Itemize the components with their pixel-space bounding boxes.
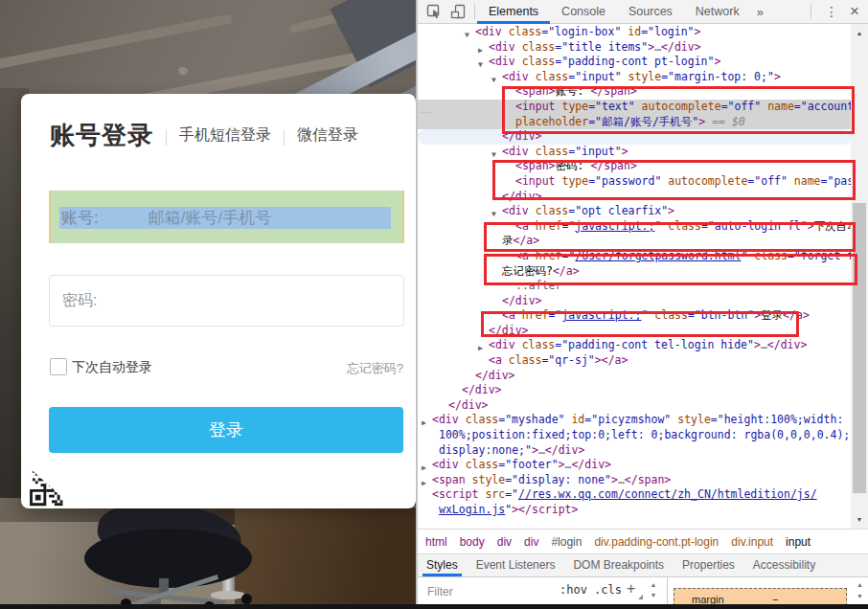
devtools-tab-console[interactable]: Console [550,0,617,24]
code-segment: class [522,55,556,68]
account-input-highlighted[interactable]: 账号: 邮箱/账号/手机号 [49,191,404,243]
breadcrumb-item[interactable]: div.input [731,535,773,549]
password-field[interactable]: 密码: [49,275,404,327]
code-segment: … [761,338,767,351]
code-line[interactable]: </div> [418,294,851,309]
qr-code-corner[interactable] [29,467,75,508]
breadcrumb-item[interactable]: div.padding-cont.pt-login [594,535,719,549]
inspect-element-icon[interactable] [426,4,442,19]
code-line[interactable]: ▶<div class="footer">…</div> [418,458,851,473]
breadcrumb-item[interactable]: input [786,535,811,549]
code-segment: style [677,413,711,426]
screenshot-root: 账号登录 手机短信登录 微信登录 账号: 邮箱/账号/手机号 密码: 下次自动登… [0,0,868,609]
close-devtools-icon[interactable]: × [846,2,868,21]
code-line[interactable]: display:none;">…</div> [418,443,851,459]
devtools-tab-network[interactable]: Network [684,0,751,24]
styles-tab-dom-breakpoints[interactable]: DOM Breakpoints [573,554,664,576]
devtools-tab-elements[interactable]: Elements [477,0,550,24]
code-segment: ="padding-cont tel-login hide" [555,338,754,351]
code-segment: style [472,473,506,486]
code-segment: display:none;" [439,443,532,457]
code-segment: 100%;position:fixed;top:0;left: 0;backgr… [439,428,850,441]
code-segment: </span> [625,473,671,486]
auto-login-checkbox[interactable] [50,358,67,375]
scroll-down-icon[interactable]: ▼ [851,516,868,523]
code-segment: </div> [661,40,701,54]
scroll-down-icon[interactable]: ▼ [853,591,867,602]
styles-scroll-arrows[interactable]: ▲ ▼ [646,579,661,600]
code-segment: ="login-box" [541,25,628,38]
tab-sms-login[interactable]: 手机短信登录 [179,125,271,146]
breadcrumb-item[interactable]: body [460,535,485,549]
breadcrumb-item[interactable]: #login [551,535,582,549]
code-line[interactable]: wxLogin.js"></script> [418,503,851,518]
code-segment: ></script> [512,503,578,516]
divider [166,129,167,146]
scroll-up-icon[interactable]: ▲ [851,30,868,36]
code-line[interactable]: ▼<div class="input" style="margin-top: 0… [418,70,851,85]
login-page: 账号登录 手机短信登录 微信登录 账号: 邮箱/账号/手机号 密码: 下次自动登… [0,0,416,609]
scroll-down-icon[interactable]: ▼ [646,590,661,600]
code-line[interactable]: </div> [418,383,851,398]
styles-filter-input[interactable] [425,581,554,602]
element-classes-button[interactable]: .cls [594,583,622,597]
devtools-menu-icon[interactable]: ⋮ [817,4,846,19]
styles-tab-properties[interactable]: Properties [682,554,735,576]
code-line[interactable]: ▶<div class="title items">…</div> [418,40,851,56]
scroll-up-icon[interactable]: ▲ [646,579,661,590]
code-line[interactable]: ▼<div class="opt clearfix"> [418,204,851,219]
styles-filter-row: :hov .cls + ▲ ▼ margin − ▲ ▼ [418,577,868,604]
password-label: 密码: [62,291,97,311]
styles-tab-event-listeners[interactable]: Event Listeners [476,554,556,576]
more-tabs-icon[interactable]: » [751,5,769,19]
devtools-tab-sources[interactable]: Sources [617,0,684,24]
code-line[interactable]: ▶<div class="padding-cont tel-login hide… [418,338,851,353]
login-title-row: 账号登录 手机短信登录 微信登录 [50,123,358,147]
breadcrumb-item[interactable]: html [425,535,447,549]
code-segment: > [754,338,761,351]
code-line[interactable]: </div> [418,398,851,414]
code-line[interactable]: <a class="qr-sj"></a> [418,353,851,369]
box-model-margin-label: margin [692,594,724,604]
toggle-element-state-button[interactable]: :hov [560,583,587,597]
divider [667,577,668,604]
forget-password-link[interactable]: 忘记密码? [347,360,403,377]
breadcrumb-item[interactable]: div [524,535,538,549]
annotation-box-forget-password [484,254,857,285]
code-line[interactable]: ▶<div class="myshade" id="picyzmshow" st… [418,413,851,428]
new-style-rule-expander[interactable] [638,595,643,599]
device-toolbar-icon[interactable] [450,4,466,19]
code-line[interactable]: ▶<span style="display: none">…</span> [418,473,851,488]
new-style-rule-button[interactable]: + [627,580,635,598]
styles-tab-accessibility[interactable]: Accessibility [753,554,815,576]
code-segment: ="padding-cont pt-login" [555,55,714,68]
devtools-panel: ElementsConsoleSourcesNetwork » ⋮ × ... … [418,0,868,609]
code-line[interactable]: </div> [418,369,851,384]
code-line[interactable]: 100%;position:fixed;top:0;left: 0;backgr… [418,428,851,443]
styles-tab-styles[interactable]: Styles [426,554,458,576]
breadcrumb-item[interactable]: div [497,535,512,549]
code-segment: class [509,25,542,38]
code-segment: class [522,40,556,54]
scroll-up-icon[interactable]: ▲ [853,579,867,591]
code-segment: id [628,25,641,38]
options-row: 下次自动登录 忘记密码? [50,358,404,375]
divider [811,4,811,19]
code-segment: =" [505,487,518,501]
code-segment: class [536,70,569,83]
page-title: 账号登录 [50,123,153,147]
tab-wechat-login[interactable]: 微信登录 [297,125,358,146]
code-segment: > [695,25,701,38]
code-segment: ="login" [641,25,694,38]
code-line[interactable]: ▼<div class="login-box" id="login"> [418,25,851,40]
box-model-margin-value[interactable]: − [772,594,778,604]
code-line[interactable]: ▼<div class="padding-cont pt-login"> [418,55,851,70]
code-line[interactable]: ▼<div class="input"> [418,145,851,160]
breadcrumb: htmlbodydivdiv#logindiv.padding-cont.pt-… [418,529,868,553]
box-model-scroll-arrows[interactable]: ▲ ▼ [853,579,867,602]
account-placeholder: 邮箱/账号/手机号 [148,207,271,229]
login-button[interactable]: 登录 [49,407,403,453]
code-segment: > [622,145,628,158]
code-line[interactable]: <script src="//res.wx.qq.com/connect/zh_… [418,487,851,503]
code-segment: ="myshade" [498,413,571,426]
